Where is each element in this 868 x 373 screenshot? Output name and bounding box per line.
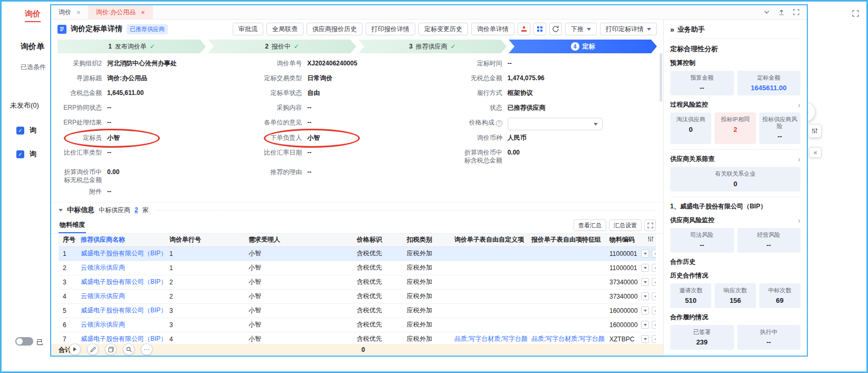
expand-table-icon[interactable] <box>644 219 656 231</box>
custom-fields-cell[interactable] <box>450 289 527 303</box>
tab-inquiry-office-supplies[interactable]: 询价:办公用品 × <box>89 5 153 19</box>
chevron-down-icon[interactable] <box>764 9 770 15</box>
chevron-right-icon[interactable]: › <box>798 216 800 225</box>
quote-features-cell[interactable] <box>527 318 605 332</box>
toolbar-button[interactable]: 询价单详情 <box>471 23 514 35</box>
supplier-count-link[interactable]: 2 <box>135 206 138 214</box>
row-collapse-icon[interactable]: « <box>652 264 656 272</box>
chevron-right-icon[interactable]: › <box>798 101 800 109</box>
fullscreen-icon[interactable] <box>852 10 859 18</box>
custom-fields-cell[interactable] <box>450 318 527 332</box>
sliders-icon[interactable] <box>808 124 822 138</box>
custom-fields-cell[interactable] <box>450 303 527 318</box>
row-chevron-down-icon[interactable] <box>641 321 649 329</box>
row-collapse-icon[interactable]: « <box>652 335 656 343</box>
toolbar-button[interactable]: 定标变更历史 <box>418 23 468 35</box>
stat-card: 邀请次数 510 <box>670 283 711 308</box>
close-icon[interactable]: × <box>141 8 145 16</box>
relation-screen-section[interactable]: 供应商关系筛查 › <box>670 155 800 164</box>
grid-icon[interactable] <box>533 23 546 35</box>
row-chevron-down-icon[interactable] <box>641 264 649 272</box>
column-settings-icon[interactable] <box>638 234 656 246</box>
list-item-label: 询 <box>30 149 36 159</box>
tab-inquiry[interactable]: 询价 × <box>51 5 89 19</box>
help-icon[interactable]: ? <box>496 120 502 127</box>
table-row[interactable]: 6 云领演示供应商 3 小智 含税优先 应税外加 160000000 <box>59 318 656 332</box>
upload-icon[interactable] <box>778 9 785 15</box>
quote-features-cell[interactable] <box>527 303 605 318</box>
tab-material-dimension[interactable]: 物料维度 <box>59 217 86 233</box>
chevron-down-icon[interactable] <box>59 209 63 212</box>
checkbox-checked-icon[interactable]: ✓ <box>16 127 24 135</box>
collapse-panel-icon[interactable]: « <box>809 147 822 158</box>
print-award-dropdown[interactable]: 打印定标详情 <box>600 23 657 35</box>
caret-down-icon <box>587 28 591 31</box>
table-row[interactable]: 4 云领演示供应商 2 小智 含税优先 应税外加 373400000 <box>59 289 656 303</box>
toggle-switch[interactable] <box>15 337 33 346</box>
stamp-icon[interactable] <box>518 23 530 35</box>
play-icon[interactable] <box>69 343 81 355</box>
field-value: -- <box>107 187 111 196</box>
process-risk-cards: 淘汰供应商 0 投标IP相同 2 投标供应商风险 -- <box>670 112 800 144</box>
process-risk-section[interactable]: 过程风险监控 › <box>670 100 800 109</box>
copy-icon[interactable] <box>105 343 117 355</box>
double-chevron-right-icon[interactable]: » <box>670 25 674 34</box>
table-row[interactable]: 1 威盛电子股份有限公司（BIP） 1 小智 含税优先 应税外加 1100000… <box>59 246 656 261</box>
field-attachment: 附件-- <box>59 187 255 199</box>
supplier-name-link[interactable]: 云领演示供应商 <box>77 318 165 332</box>
supplier-name-link[interactable]: 威盛电子股份有限公司（BIP） <box>77 303 165 318</box>
app-tab-inquiry[interactable]: 询价 <box>25 9 41 22</box>
summary-settings-button[interactable]: 汇总设置 <box>609 219 642 231</box>
toolbar-button[interactable]: 审批流 <box>233 23 263 35</box>
table-row[interactable]: 3 威盛电子股份有限公司（BIP） 2 小智 含税优先 应税外加 3734000… <box>59 275 656 289</box>
field-value: 1,645,611.00 <box>107 88 144 97</box>
search-icon[interactable] <box>123 343 135 355</box>
list-item[interactable]: ✓ 询 <box>16 126 36 135</box>
group-unpublished[interactable]: 未发布(0) <box>10 101 39 110</box>
row-chevron-down-icon[interactable] <box>641 278 649 286</box>
col-supplier[interactable]: 推荐供应商名称 <box>77 234 165 246</box>
custom-fields-cell[interactable] <box>450 246 527 261</box>
row-chevron-down-icon[interactable] <box>641 335 649 343</box>
quote-features-cell[interactable] <box>527 246 605 261</box>
supplier-risk-section[interactable]: 供应商风险监控 › <box>670 216 800 225</box>
handler-cell: 小智 <box>244 246 352 261</box>
row-chevron-down-icon[interactable] <box>641 307 649 314</box>
row-collapse-icon[interactable]: « <box>652 292 656 300</box>
table-row[interactable]: 2 云领演示供应商 1 小智 含税优先 应税外加 11000001 <box>59 261 656 275</box>
quote-features-cell[interactable] <box>527 289 605 303</box>
supplier-name-link[interactable]: 云领演示供应商 <box>77 289 165 303</box>
chevron-right-icon[interactable]: › <box>798 155 800 164</box>
selected-filter-label[interactable]: 已选条件 <box>21 63 46 72</box>
edit-icon[interactable] <box>87 343 99 355</box>
fullscreen-icon[interactable] <box>793 9 799 15</box>
toolbar-button[interactable]: 全局联查 <box>266 23 303 35</box>
list-item[interactable]: ✓ 询 <box>16 149 36 159</box>
supplier-name-link[interactable]: 威盛电子股份有限公司（BIP） <box>77 275 165 289</box>
table-row[interactable]: 5 威盛电子股份有限公司（BIP） 3 小智 含税优先 应税外加 1600000… <box>59 303 656 318</box>
toolbar: 审批流 全局联查 供应商报价历史 打印报价详情 定标变更历史 询价单详情 <box>233 23 657 35</box>
close-icon[interactable]: × <box>77 8 81 16</box>
row-collapse-icon[interactable]: « <box>652 250 656 257</box>
supplier-name-link[interactable]: 威盛电子股份有限公司（BIP） <box>77 246 165 261</box>
row-collapse-icon[interactable]: « <box>652 307 656 314</box>
toolbar-button[interactable]: 供应商报价历史 <box>307 23 363 35</box>
price-compose-select[interactable] <box>508 118 603 130</box>
custom-fields-cell[interactable] <box>450 261 527 275</box>
supplier-name-link[interactable]: 云领演示供应商 <box>77 261 165 275</box>
custom-fields-cell[interactable] <box>450 275 527 289</box>
section-label: 预算控制 <box>670 59 695 68</box>
pushdown-dropdown[interactable]: 下推 <box>565 23 597 35</box>
view-summary-button[interactable]: 查看汇总 <box>574 219 606 231</box>
toolbar-button[interactable]: 打印报价详情 <box>366 23 415 35</box>
refresh-icon[interactable] <box>549 23 562 35</box>
checkbox-checked-icon[interactable]: ✓ <box>16 150 24 158</box>
more-icon[interactable]: ··· <box>141 343 152 355</box>
row-collapse-icon[interactable]: « <box>652 278 656 286</box>
row-chevron-down-icon[interactable] <box>641 292 649 300</box>
row-collapse-icon[interactable]: « <box>652 321 656 329</box>
scrollbar[interactable] <box>660 53 662 102</box>
quote-features-cell[interactable] <box>527 275 605 289</box>
row-chevron-down-icon[interactable] <box>641 250 649 257</box>
quote-features-cell[interactable] <box>527 261 605 275</box>
